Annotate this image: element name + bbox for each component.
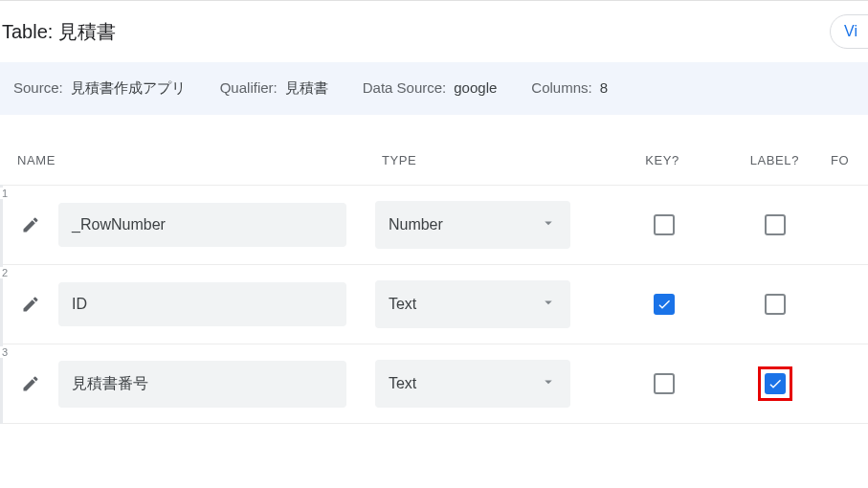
row-index: 2 [0, 267, 10, 278]
info-columns: Columns: 8 [531, 79, 608, 98]
label-cell [720, 214, 831, 235]
key-checkbox[interactable] [654, 373, 675, 394]
chevron-down-icon [540, 373, 557, 394]
column-name-value: _RowNumber [72, 216, 166, 233]
info-qualifier: Qualifier: 見積書 [220, 79, 328, 98]
info-source-label: Source: [13, 79, 63, 96]
row-index: 3 [0, 346, 10, 358]
table-title-row: Table: 見積書 Vi [0, 14, 868, 62]
column-type-value: Text [389, 296, 416, 313]
column-name-field[interactable]: 見積書番号 [58, 361, 346, 408]
pencil-icon [21, 295, 40, 314]
pencil-icon [21, 215, 40, 234]
table-row: 2IDText [3, 265, 868, 344]
label-checkbox[interactable] [765, 294, 786, 315]
chevron-down-icon [540, 214, 557, 235]
column-type-select[interactable]: Text [375, 360, 570, 408]
view-button[interactable]: Vi [830, 14, 868, 49]
key-cell [609, 373, 720, 394]
header-key: KEY? [606, 153, 718, 167]
table-row: 1_RowNumberNumber [3, 185, 868, 265]
info-source-value: 見積書作成アプリ [71, 79, 186, 98]
column-type-select[interactable]: Number [375, 201, 570, 249]
info-datasource-value: google [454, 79, 497, 96]
chevron-down-icon [540, 294, 557, 315]
column-name-field[interactable]: ID [58, 282, 346, 326]
info-columns-value: 8 [600, 79, 608, 96]
label-checkbox[interactable] [765, 214, 786, 235]
table-info-bar: Source: 見積書作成アプリ Qualifier: 見積書 Data Sou… [0, 62, 868, 115]
table-title-label: Table: [2, 21, 53, 43]
edit-column-button[interactable] [15, 368, 46, 399]
key-cell [609, 214, 720, 235]
info-columns-label: Columns: [531, 79, 591, 96]
label-checkbox[interactable] [765, 373, 786, 394]
table-title-value: 見積書 [58, 19, 116, 45]
edit-column-button[interactable] [15, 210, 46, 240]
label-cell [720, 294, 831, 315]
header-name: NAME [17, 153, 382, 167]
column-name-value: 見積書番号 [72, 374, 148, 394]
column-type-value: Text [389, 375, 416, 392]
info-source: Source: 見積書作成アプリ [13, 79, 186, 98]
header-label: LABEL? [719, 153, 831, 167]
edit-column-button[interactable] [15, 289, 46, 320]
key-checkbox[interactable] [654, 294, 675, 315]
header-type: TYPE [382, 153, 606, 167]
label-cell [720, 366, 831, 401]
columns-list: 1_RowNumberNumber2IDText3見積書番号Text [0, 185, 868, 424]
column-name-value: ID [72, 296, 87, 313]
row-index: 1 [0, 188, 10, 199]
column-headers: NAME TYPE KEY? LABEL? FO [0, 115, 868, 185]
column-name-field[interactable]: _RowNumber [58, 203, 346, 247]
key-checkbox[interactable] [654, 214, 675, 235]
info-datasource: Data Source: google [363, 79, 498, 98]
header-formula: FO [831, 153, 868, 167]
column-type-value: Number [389, 216, 443, 233]
pencil-icon [21, 374, 40, 393]
key-cell [609, 294, 720, 315]
column-type-select[interactable]: Text [375, 280, 570, 328]
table-row: 3見積書番号Text [3, 344, 868, 424]
info-datasource-label: Data Source: [363, 79, 447, 96]
info-qualifier-label: Qualifier: [220, 79, 278, 96]
info-qualifier-value: 見積書 [285, 79, 328, 98]
